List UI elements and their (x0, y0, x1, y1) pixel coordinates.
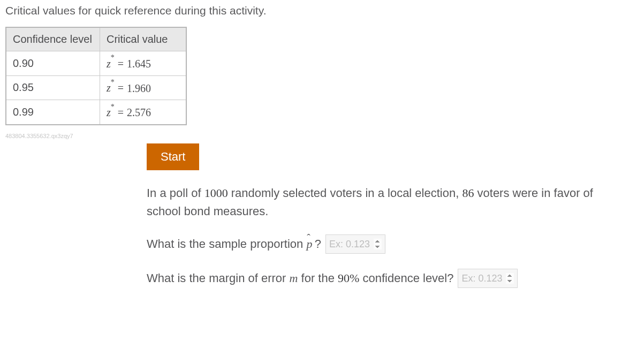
critical-value-cell: z*=1.960 (100, 75, 187, 100)
sample-size-n: 1000 (204, 186, 228, 200)
question-sample-proportion: What is the sample proportion ˆp ? (147, 234, 628, 254)
watermark-id: 483804.3355632.qx3zqy7 (5, 133, 632, 139)
critical-value-cell: z*=2.576 (100, 100, 187, 125)
margin-of-error-input[interactable] (458, 269, 518, 288)
table-row: 0.95 z*=1.960 (6, 75, 186, 100)
z-star-symbol: z* (107, 82, 115, 94)
z-value: 1.960 (127, 82, 151, 94)
text: What is the sample proportion ˆp ? (147, 237, 321, 251)
equals-symbol: = (115, 107, 127, 118)
header-confidence-level: Confidence level (6, 27, 100, 51)
confidence-level-value: 0.99 (6, 100, 100, 125)
intro-text: Critical values for quick reference duri… (5, 4, 632, 17)
confidence-level-value: 0.95 (6, 75, 100, 100)
header-critical-value: Critical value (100, 27, 187, 51)
table-header-row: Confidence level Critical value (6, 27, 186, 51)
equals-symbol: = (115, 82, 127, 94)
activity-area: Start In a poll of 1000 randomly selecte… (147, 143, 628, 288)
m-symbol: m (290, 271, 298, 285)
z-value: 2.576 (127, 107, 151, 118)
z-value: 1.645 (127, 58, 151, 70)
start-button[interactable]: Start (147, 143, 199, 170)
text: In a poll of (147, 186, 204, 200)
sample-proportion-input[interactable] (325, 234, 385, 254)
critical-values-table: Confidence level Critical value 0.90 z*=… (5, 27, 187, 125)
problem-statement: In a poll of 1000 randomly selected vote… (147, 184, 628, 221)
table-row: 0.90 z*=1.645 (6, 51, 186, 76)
critical-value-cell: z*=1.645 (100, 51, 187, 76)
z-star-symbol: z* (107, 107, 115, 118)
text: What is the margin of error m for the 90… (147, 271, 453, 285)
question-margin-of-error: What is the margin of error m for the 90… (147, 269, 628, 288)
z-star-symbol: z* (107, 58, 115, 70)
success-count-k: 86 (462, 186, 474, 200)
equals-symbol: = (115, 58, 127, 70)
text: randomly selected voters in a local elec… (228, 186, 462, 200)
page: Critical values for quick reference duri… (0, 0, 637, 319)
confidence-pct: 90% (338, 271, 359, 285)
confidence-level-value: 0.90 (6, 51, 100, 76)
table-row: 0.99 z*=2.576 (6, 100, 186, 125)
p-hat-symbol: ˆp (306, 237, 312, 251)
